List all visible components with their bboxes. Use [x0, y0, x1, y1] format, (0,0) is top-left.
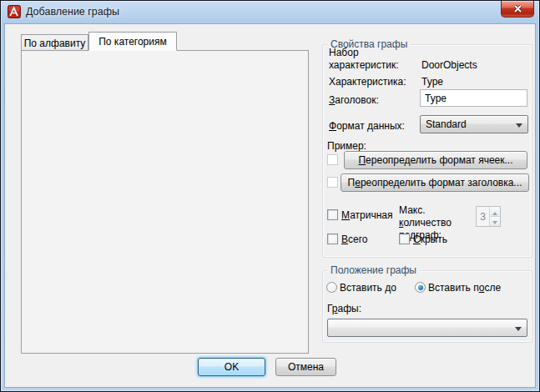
property-label: Характеристика: — [329, 76, 406, 88]
tab-by-category[interactable]: По категориям — [88, 32, 177, 51]
spinner-value: 3 — [477, 207, 489, 226]
hide-checkbox[interactable] — [399, 234, 410, 244]
matrix-checkbox-label: Матричная — [341, 209, 392, 222]
override-header-format-button[interactable]: Переопределить формат заголовка... — [341, 173, 529, 192]
close-button[interactable] — [501, 1, 534, 18]
close-icon — [514, 5, 522, 13]
tab-alphabetical[interactable]: По алфавиту — [21, 34, 88, 51]
insert-before-label: Вставить до — [340, 282, 396, 294]
spinner-down-button[interactable] — [490, 216, 500, 226]
insert-after-radio[interactable] — [415, 282, 426, 293]
chevron-down-icon — [516, 123, 522, 131]
matrix-checkbox[interactable] — [327, 209, 338, 220]
max-subcolumns-spinner: 3 — [476, 206, 501, 227]
heading-input[interactable] — [420, 89, 527, 107]
column-position-group-title: Положение графы — [327, 264, 420, 276]
autocad-logo-icon — [8, 5, 21, 18]
heading-label: Заголовок: — [329, 94, 379, 107]
header-format-sample — [327, 177, 338, 188]
insert-after-label: Вставить после — [428, 282, 501, 294]
titlebar[interactable]: Добавление графы — [0, 0, 540, 23]
chevron-down-icon — [515, 327, 522, 334]
override-cell-format-button[interactable]: Переопределить формат ячеек... — [344, 151, 527, 169]
ok-button[interactable]: OK — [198, 358, 265, 376]
tab-page — [21, 50, 309, 354]
insert-before-radio[interactable] — [326, 282, 337, 293]
columns-dropdown[interactable] — [327, 319, 527, 337]
property-set-value: DoorObjects — [421, 59, 477, 71]
hide-checkbox-label: Скрыть — [413, 234, 447, 246]
cell-format-sample — [327, 154, 338, 165]
total-checkbox-label: Всего — [341, 234, 367, 246]
property-set-label: Набор характеристик: — [329, 47, 419, 72]
columns-label: Графы: — [327, 303, 361, 315]
data-format-label: Формат данных: — [329, 120, 405, 133]
cancel-button[interactable]: Отмена — [275, 358, 336, 376]
property-value: Type — [421, 76, 443, 88]
total-checkbox[interactable] — [327, 234, 338, 244]
add-column-dialog: Добавление графы По алфавиту По категори… — [0, 0, 540, 392]
data-format-value: Standard — [426, 118, 467, 130]
data-format-dropdown[interactable]: Standard — [420, 115, 528, 133]
window-title: Добавление графы — [26, 6, 119, 18]
spinner-up-button[interactable] — [490, 207, 500, 216]
